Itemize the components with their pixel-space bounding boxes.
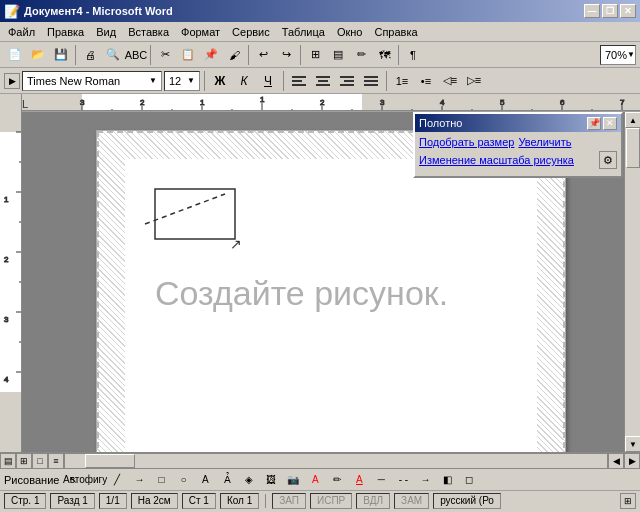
font-selector[interactable]: Times New Roman ▼ bbox=[22, 71, 162, 91]
image-button[interactable]: 📷 bbox=[283, 471, 303, 489]
zoom-link[interactable]: Увеличить bbox=[518, 136, 571, 148]
print-button[interactable]: 🖨 bbox=[79, 44, 101, 66]
align-center-button[interactable] bbox=[312, 70, 334, 92]
window-controls: — ❐ ✕ bbox=[584, 4, 636, 18]
scroll-down-button[interactable]: ▼ bbox=[625, 436, 640, 452]
polotno-title-bar: Полотно 📌 ✕ bbox=[415, 114, 621, 132]
svg-text:3: 3 bbox=[80, 98, 85, 107]
vertical-scrollbar[interactable]: ▲ ▼ bbox=[624, 112, 640, 452]
menu-edit[interactable]: Правка bbox=[41, 24, 90, 40]
scroll-up-button[interactable]: ▲ bbox=[625, 112, 640, 128]
menu-table[interactable]: Таблица bbox=[276, 24, 331, 40]
ruler-corner bbox=[0, 94, 22, 112]
zam-status: ЗАМ bbox=[394, 493, 429, 509]
bullets-button[interactable]: •≡ bbox=[415, 70, 437, 92]
justify-button[interactable] bbox=[360, 70, 382, 92]
underline-button[interactable]: Ч bbox=[257, 71, 279, 91]
rect-button[interactable]: □ bbox=[151, 471, 171, 489]
ellipse-button[interactable]: ○ bbox=[173, 471, 193, 489]
indent-button[interactable]: ▷≡ bbox=[463, 70, 485, 92]
italic-button[interactable]: К bbox=[233, 71, 255, 91]
h-scroll-thumb[interactable] bbox=[85, 454, 135, 468]
scroll-left-button[interactable]: ◀ bbox=[608, 453, 624, 469]
preview-button[interactable]: 🔍 bbox=[102, 44, 124, 66]
scroll-thumb[interactable] bbox=[626, 128, 640, 168]
copy-button[interactable]: 📋 bbox=[177, 44, 199, 66]
spell-button[interactable]: ABC bbox=[125, 44, 147, 66]
column-status: Кол 1 bbox=[220, 493, 259, 509]
wordart-button[interactable]: Ả bbox=[217, 471, 237, 489]
pages-status: 1/1 bbox=[99, 493, 127, 509]
bold-button[interactable]: Ж bbox=[209, 71, 231, 91]
title-bar: 📝 Документ4 - Microsoft Word — ❐ ✕ bbox=[0, 0, 640, 22]
autoshapes-button[interactable]: Автофигуры ▼ bbox=[85, 471, 105, 489]
table-button[interactable]: ⊞ bbox=[304, 44, 326, 66]
save-button[interactable]: 💾 bbox=[50, 44, 72, 66]
align-right-button[interactable] bbox=[336, 70, 358, 92]
textbox-button[interactable]: A bbox=[195, 471, 215, 489]
dash-style-button[interactable]: - - bbox=[393, 471, 413, 489]
h-scroll-track[interactable] bbox=[64, 453, 608, 469]
3d-button[interactable]: ◻ bbox=[459, 471, 479, 489]
redo-button[interactable]: ↪ bbox=[275, 44, 297, 66]
page-view-button[interactable]: □ bbox=[32, 453, 48, 469]
font-color-button[interactable]: A bbox=[349, 471, 369, 489]
nonprint-button[interactable]: ¶ bbox=[402, 44, 424, 66]
style-normal[interactable]: ▶ bbox=[4, 73, 20, 89]
scroll-right-button[interactable]: ▶ bbox=[624, 453, 640, 469]
clipart-button[interactable]: 🖼 bbox=[261, 471, 281, 489]
outline-view-button[interactable]: ≡ bbox=[48, 453, 64, 469]
polotno-title-text: Полотно bbox=[419, 117, 462, 129]
doc-map-button[interactable]: 🗺 bbox=[373, 44, 395, 66]
arrow-style-button[interactable]: → bbox=[415, 471, 435, 489]
polotno-close-button[interactable]: ✕ bbox=[603, 117, 617, 130]
menu-view[interactable]: Вид bbox=[90, 24, 122, 40]
menu-help[interactable]: Справка bbox=[368, 24, 423, 40]
close-button[interactable]: ✕ bbox=[620, 4, 636, 18]
open-button[interactable]: 📂 bbox=[27, 44, 49, 66]
zoom-selector[interactable]: 70% ▼ bbox=[600, 45, 636, 65]
diagram-button[interactable]: ◈ bbox=[239, 471, 259, 489]
menu-format[interactable]: Формат bbox=[175, 24, 226, 40]
fit-size-link[interactable]: Подобрать размер bbox=[419, 136, 514, 148]
new-button[interactable]: 📄 bbox=[4, 44, 26, 66]
polotno-pin-button[interactable]: 📌 bbox=[587, 117, 601, 130]
svg-text:2: 2 bbox=[140, 98, 145, 107]
scale-icon-button[interactable]: ⚙ bbox=[599, 151, 617, 169]
format-painter[interactable]: 🖌 bbox=[223, 44, 245, 66]
numbering-button[interactable]: 1≡ bbox=[391, 70, 413, 92]
menu-insert[interactable]: Вставка bbox=[122, 24, 175, 40]
drawing-button[interactable]: ✏ bbox=[350, 44, 372, 66]
fill-color-button[interactable]: A bbox=[305, 471, 325, 489]
scale-link[interactable]: Изменение масштаба рисунка bbox=[419, 154, 574, 166]
horizontal-scrollbar[interactable]: ▤ ⊞ □ ≡ ◀ ▶ bbox=[0, 452, 640, 468]
menu-tools[interactable]: Сервис bbox=[226, 24, 276, 40]
restore-button[interactable]: ❐ bbox=[602, 4, 618, 18]
arrow-button[interactable]: → bbox=[129, 471, 149, 489]
paste-button[interactable]: 📌 bbox=[200, 44, 222, 66]
web-view-button[interactable]: ⊞ bbox=[16, 453, 32, 469]
cut-button[interactable]: ✂ bbox=[154, 44, 176, 66]
line-style-button[interactable]: ─ bbox=[371, 471, 391, 489]
sep4 bbox=[300, 45, 301, 65]
menu-window[interactable]: Окно bbox=[331, 24, 369, 40]
normal-view-button[interactable]: ▤ bbox=[0, 453, 16, 469]
align-left-button[interactable] bbox=[288, 70, 310, 92]
polotno-row2: Изменение масштаба рисунка ⚙ bbox=[419, 151, 617, 169]
menu-file[interactable]: Файл bbox=[2, 24, 41, 40]
svg-text:2: 2 bbox=[4, 255, 9, 264]
font-size-selector[interactable]: 12 ▼ bbox=[164, 71, 200, 91]
ruler-area: 3 2 1 1 2 3 4 5 6 7 L bbox=[0, 94, 640, 112]
line-button[interactable]: ╱ bbox=[107, 471, 127, 489]
drawing-toolbar: Рисование ↖ Автофигуры ▼ ╱ → □ ○ A Ả ◈ 🖼… bbox=[0, 468, 640, 490]
scroll-track[interactable] bbox=[625, 128, 640, 436]
outdent-button[interactable]: ◁≡ bbox=[439, 70, 461, 92]
shadow-button[interactable]: ◧ bbox=[437, 471, 457, 489]
columns-button[interactable]: ▤ bbox=[327, 44, 349, 66]
document-canvas[interactable]: Полотно 📌 ✕ Подобрать размер Увеличить И… bbox=[22, 112, 640, 452]
undo-button[interactable]: ↩ bbox=[252, 44, 274, 66]
minimize-button[interactable]: — bbox=[584, 4, 600, 18]
drawing-label: Рисование bbox=[4, 474, 59, 486]
line-color-button[interactable]: ✏ bbox=[327, 471, 347, 489]
sep3 bbox=[248, 45, 249, 65]
